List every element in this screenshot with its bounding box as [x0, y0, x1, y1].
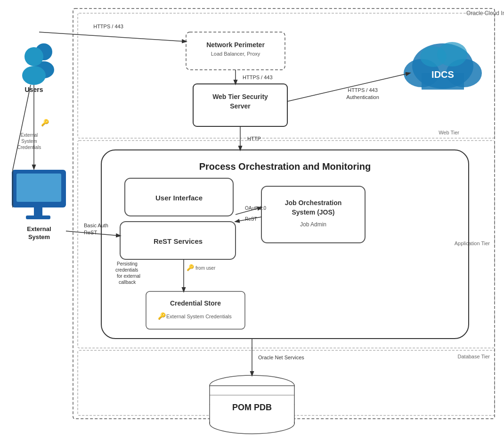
persisting-label3: for external	[117, 273, 140, 279]
rest-label-jos: ReST	[245, 216, 257, 222]
https-443-top-label: HTTPS / 443	[93, 24, 123, 29]
svg-line-42	[13, 85, 31, 170]
credential-store-label: Credential Store	[170, 299, 221, 307]
ext-cred-label1: External	[21, 133, 38, 138]
svg-point-24	[22, 66, 46, 85]
key-icon-arrow: 🔑	[187, 264, 195, 272]
jos-sublabel: Job Admin	[300, 221, 326, 228]
rest-services-label: ReST Services	[154, 237, 203, 245]
ext-cred-label3: Credentials	[17, 145, 41, 150]
ext-cred-key-icon: 🔑	[41, 119, 49, 127]
user-interface-label: User Interface	[155, 194, 203, 202]
svg-rect-20	[26, 215, 50, 219]
jos-label1: Job Orchestration	[285, 199, 342, 207]
http-label: HTTP	[247, 136, 261, 141]
persisting-label2: credentials	[115, 267, 138, 273]
persisting-label4: callback	[119, 280, 136, 285]
https-443-web-label: HTTPS / 443	[243, 75, 273, 80]
web-tier-security-label2: Server	[230, 102, 251, 110]
web-tier-security-label1: Web Tier Security	[212, 93, 268, 100]
db-tier-label: Database Tier	[458, 354, 490, 359]
basic-auth-label: Basic Auth	[84, 223, 108, 228]
architecture-diagram: Oracle Cloud Infrastructure Web Tier App…	[0, 0, 504, 439]
oauth-label: OAuth 2.0	[245, 206, 266, 211]
web-tier-label: Web Tier	[439, 130, 459, 135]
from-user-label: from user	[195, 265, 216, 271]
oracle-net-label: Oracle Net Services	[258, 355, 304, 360]
external-system-label2: System	[28, 233, 50, 240]
persisting-label1: Persisting	[117, 261, 138, 266]
external-system-label: External	[27, 225, 51, 232]
credential-store-sublabel: External System Credentials	[166, 314, 232, 319]
pom-label: Process Orchestration and Monitoring	[199, 161, 371, 172]
diagram-container: Oracle Cloud Infrastructure Web Tier App…	[0, 0, 504, 439]
svg-rect-18	[16, 174, 61, 202]
authentication-label: Authentication	[346, 94, 379, 100]
credential-key-icon: 🔑	[158, 312, 166, 320]
svg-rect-16	[146, 291, 245, 329]
network-perimeter-sublabel: Load Balancer, Proxy	[211, 51, 260, 57]
https-auth-label: HTTPS / 443	[348, 87, 378, 93]
app-tier-label: Application Tier	[455, 240, 490, 246]
idcs-label: IDCS	[431, 69, 454, 80]
svg-line-31	[39, 32, 186, 41]
rest-basic-label: ReST	[84, 230, 97, 235]
pom-pdb-label: POM PDB	[232, 403, 272, 412]
network-perimeter-label: Network Perimeter	[206, 41, 265, 49]
svg-point-11	[437, 42, 467, 66]
svg-point-23	[24, 47, 43, 66]
ext-cred-label2: System	[21, 139, 37, 144]
jos-label2: System (JOS)	[292, 208, 334, 216]
